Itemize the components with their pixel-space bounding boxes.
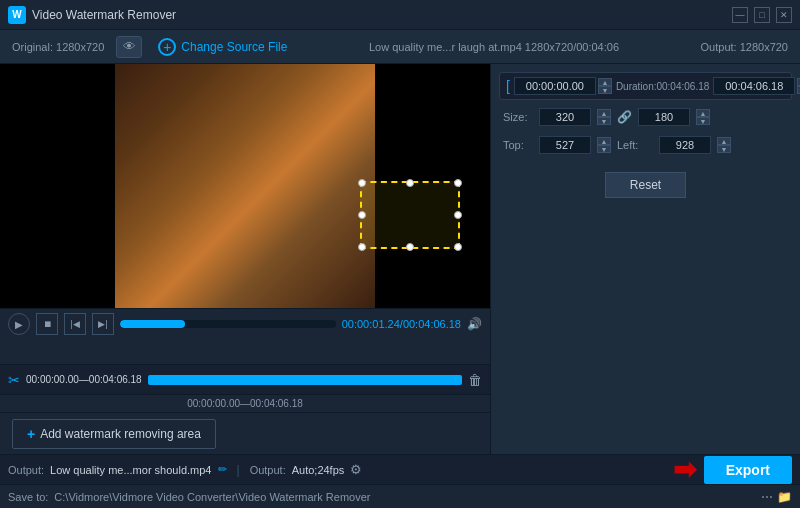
play-button[interactable]: ▶ (8, 313, 30, 335)
reset-row: Reset (499, 168, 792, 198)
export-area: ➡ Export (673, 453, 792, 486)
playback-controls: ▶ ⏹ |◀ ▶| 00:00:01.24/00:04:06.18 🔊 (8, 313, 482, 335)
top-spinner: ▲ ▼ (597, 137, 611, 153)
timeline-progress-fill (120, 320, 185, 328)
folder-browse-icon[interactable]: ⋯ (761, 490, 773, 504)
edit-filename-icon[interactable]: ✏ (218, 463, 227, 476)
original-resolution-label: Original: 1280x720 (12, 41, 104, 53)
current-time-display: 00:00:01.24/00:04:06.18 (342, 318, 461, 330)
output-resolution-label: Output: 1280x720 (701, 41, 788, 53)
reset-button[interactable]: Reset (605, 172, 686, 198)
clip-range-label: 00:00:00.00—00:04:06.18 (26, 374, 142, 385)
handle-top-middle[interactable] (406, 179, 414, 187)
height-up[interactable]: ▲ (696, 109, 710, 117)
left-spinner: ▲ ▼ (717, 137, 731, 153)
prev-frame-button[interactable]: |◀ (64, 313, 86, 335)
handle-bottom-middle[interactable] (406, 243, 414, 251)
handle-top-right[interactable] (454, 179, 462, 187)
left-input[interactable] (659, 136, 711, 154)
plus-icon: + (27, 426, 35, 442)
volume-icon[interactable]: 🔊 (467, 317, 482, 331)
video-scene (115, 64, 375, 308)
watermark-selection-box[interactable] (360, 181, 460, 249)
title-bar: W Video Watermark Remover — □ ✕ (0, 0, 800, 30)
timeline-area: ▶ ⏹ |◀ ▶| 00:00:01.24/00:04:06.18 🔊 (0, 308, 490, 364)
clip-icon: ✂ (8, 372, 20, 388)
arrow-right-icon: ➡ (673, 453, 696, 486)
start-time-spinner: ▲ ▼ (598, 78, 612, 94)
size-row: Size: ▲ ▼ 🔗 ▲ ▼ (499, 106, 792, 128)
eye-button[interactable]: 👁 (116, 36, 142, 58)
format-label: Output: (250, 464, 286, 476)
end-time-input[interactable] (713, 77, 795, 95)
add-watermark-area: + Add watermark removing area (0, 412, 490, 454)
height-down[interactable]: ▼ (696, 117, 710, 125)
bottom-bar: Output: Low quality me...mor should.mp4 … (0, 454, 800, 484)
open-folder-icon[interactable]: 📁 (777, 490, 792, 504)
settings-gear-icon[interactable]: ⚙ (350, 462, 362, 477)
left-label: Left: (617, 139, 653, 151)
start-time-down[interactable]: ▼ (598, 86, 612, 94)
saveto-bar: Save to: C:\Vidmore\Vidmore Video Conver… (0, 484, 800, 508)
output-filename: Low quality me...mor should.mp4 (50, 464, 211, 476)
format-value: Auto;24fps (292, 464, 345, 476)
top-label: Top: (503, 139, 533, 151)
width-down[interactable]: ▼ (597, 117, 611, 125)
end-time-group: ▲ ▼ (713, 77, 800, 95)
height-input[interactable] (638, 108, 690, 126)
close-button[interactable]: ✕ (776, 7, 792, 23)
full-range-display: 00:00:00.00—00:04:06.18 (30, 398, 460, 409)
left-up[interactable]: ▲ (717, 137, 731, 145)
time-range-row: [ ▲ ▼ Duration:00:04:06.18 ▲ ▼ (499, 72, 792, 100)
saveto-path: C:\Vidmore\Vidmore Video Converter\Video… (54, 491, 755, 503)
maximize-button[interactable]: □ (754, 7, 770, 23)
top-input[interactable] (539, 136, 591, 154)
mid-section: ▶ ⏹ |◀ ▶| 00:00:01.24/00:04:06.18 🔊 (0, 64, 800, 454)
top-up[interactable]: ▲ (597, 137, 611, 145)
start-time-group: ▲ ▼ (514, 77, 612, 95)
width-spinner: ▲ ▼ (597, 109, 611, 125)
top-down[interactable]: ▼ (597, 145, 611, 153)
output-info: Output: Low quality me...mor should.mp4 … (8, 462, 665, 477)
bracket-left-icon: [ (506, 78, 510, 94)
app-title: Video Watermark Remover (32, 8, 176, 22)
left-section: ▶ ⏹ |◀ ▶| 00:00:01.24/00:04:06.18 🔊 (0, 64, 490, 454)
timeline-progress-bar[interactable] (120, 320, 336, 328)
size-label: Size: (503, 111, 533, 123)
video-area (0, 64, 490, 308)
change-source-button[interactable]: + Change Source File (158, 38, 287, 56)
file-info-label: Low quality me...r laugh at.mp4 1280x720… (295, 41, 692, 53)
width-up[interactable]: ▲ (597, 109, 611, 117)
duration-label: Duration:00:04:06.18 (616, 81, 709, 92)
clip-row: ✂ 00:00:00.00—00:04:06.18 🗑 (0, 364, 490, 394)
handle-top-left[interactable] (358, 179, 366, 187)
handle-middle-right[interactable] (454, 211, 462, 219)
app-icon: W (8, 6, 26, 24)
export-button[interactable]: Export (704, 456, 792, 484)
start-time-up[interactable]: ▲ (598, 78, 612, 86)
output-label: Output: (8, 464, 44, 476)
stop-button[interactable]: ⏹ (36, 313, 58, 335)
toolbar: Original: 1280x720 👁 + Change Source Fil… (0, 30, 800, 64)
start-time-input[interactable] (514, 77, 596, 95)
handle-middle-left[interactable] (358, 211, 366, 219)
right-panel: [ ▲ ▼ Duration:00:04:06.18 ▲ ▼ (490, 64, 800, 454)
saveto-icons: ⋯ 📁 (761, 490, 792, 504)
width-input[interactable] (539, 108, 591, 126)
plus-circle-icon: + (158, 38, 176, 56)
next-frame-button[interactable]: ▶| (92, 313, 114, 335)
separator: | (237, 463, 240, 477)
clip-timeline-bar[interactable] (148, 375, 462, 385)
saveto-label: Save to: (8, 491, 48, 503)
clip-delete-icon[interactable]: 🗑 (468, 372, 482, 388)
height-spinner: ▲ ▼ (696, 109, 710, 125)
handle-bottom-right[interactable] (454, 243, 462, 251)
add-watermark-button[interactable]: + Add watermark removing area (12, 419, 216, 449)
link-icon[interactable]: 🔗 (617, 110, 632, 124)
content-area: ▶ ⏹ |◀ ▶| 00:00:01.24/00:04:06.18 🔊 (0, 64, 800, 508)
range-display-row: 00:00:00.00—00:04:06.18 (0, 394, 490, 412)
minimize-button[interactable]: — (732, 7, 748, 23)
window-controls: — □ ✕ (732, 0, 792, 30)
left-down[interactable]: ▼ (717, 145, 731, 153)
position-row: Top: ▲ ▼ Left: ▲ ▼ (499, 134, 792, 156)
